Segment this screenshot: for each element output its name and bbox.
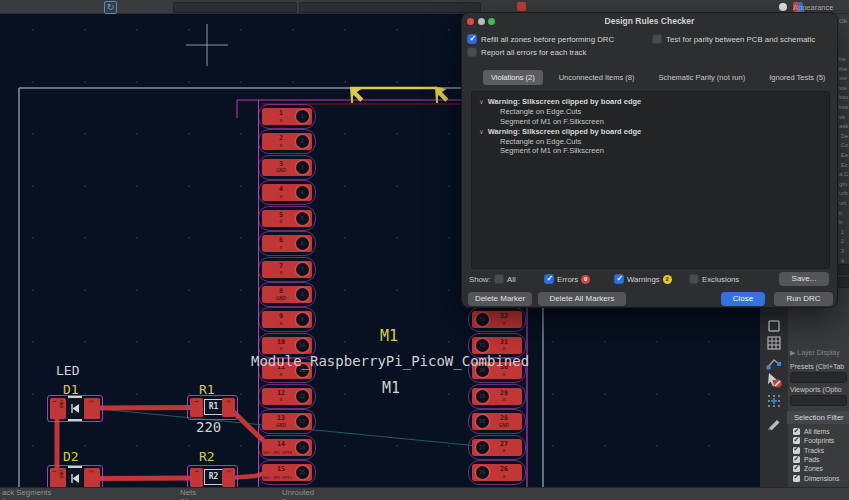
checkbox[interactable] [652, 34, 662, 44]
toolbar-sync-icon[interactable]: ↻ [104, 1, 117, 14]
toolbar-record-icon[interactable] [517, 2, 526, 11]
pad-15[interactable]: 15Net-(M1-GPI115 [262, 464, 312, 481]
r1-value-text[interactable]: 220 [196, 419, 221, 435]
checkbox[interactable] [467, 47, 477, 57]
d1-pad1[interactable]: 1 GND [50, 398, 66, 419]
selection-filter-item-zones[interactable]: Zones [793, 464, 840, 473]
selection-filter-item-footprints[interactable]: Footprints [793, 436, 840, 445]
collapse-chevron-icon[interactable]: ∨ [479, 98, 484, 105]
pad-32[interactable]: 32x32 [472, 311, 522, 328]
checkbox[interactable] [494, 274, 504, 284]
viewports-dropdown[interactable] [790, 395, 847, 406]
checkbox[interactable] [793, 465, 800, 472]
tab-violations-2-[interactable]: Violations (2) [483, 70, 543, 85]
save-button[interactable]: Save... [779, 272, 829, 286]
show-filter-exclusions[interactable]: Exclusions [689, 274, 739, 284]
drc-option-report[interactable]: Report all errors for each track [467, 47, 586, 57]
toolbar-field-a[interactable] [173, 2, 297, 13]
tab-schematic-parity-not-run-[interactable]: Schematic Parity (not run) [651, 70, 754, 85]
pad-27[interactable]: 27x27 [472, 439, 522, 456]
delete-marker-button[interactable]: Delete Marker [468, 292, 532, 306]
pad-26[interactable]: 26x26 [472, 464, 522, 481]
pad-13[interactable]: 13GND13 [262, 413, 312, 430]
checkbox[interactable] [614, 274, 624, 284]
module-footprint-name-text[interactable]: Module_RaspberryPi_PicoW_Combined [251, 353, 529, 369]
footprint-r1[interactable]: 1 R1 2 [187, 395, 238, 420]
pad-3[interactable]: 3GND3 [262, 159, 312, 176]
show-filter-errors[interactable]: Errors0 [544, 274, 590, 284]
drc-marker-arrow[interactable] [350, 87, 363, 102]
d2-pad2[interactable]: 2 [84, 468, 100, 489]
presets-dropdown[interactable] [790, 372, 847, 383]
trace[interactable] [95, 478, 196, 479]
checkbox[interactable] [544, 274, 554, 284]
violation-detail[interactable]: Segment of M1 on F.Silkscreen [479, 117, 829, 127]
violation-item[interactable]: ∨Warning: Silkscreen clipped by board ed… [479, 97, 829, 107]
module-ref-text[interactable]: M1 [380, 327, 398, 345]
pad-7[interactable]: 7x7 [262, 261, 312, 278]
selection-filter-item-pads[interactable]: Pads [793, 455, 840, 464]
d1-pad2[interactable]: 2 [84, 398, 100, 419]
checkbox[interactable] [467, 34, 477, 44]
checkbox[interactable] [793, 437, 800, 444]
d2-ref-text[interactable]: D2 [63, 449, 79, 464]
selection-filter-item-dimensions[interactable]: Dimensions [793, 473, 840, 482]
pad-9[interactable]: 9x9 [262, 311, 312, 328]
footprint-d1[interactable]: 1 GND 2 [47, 395, 103, 422]
module-value-text[interactable]: M1 [382, 379, 400, 397]
violation-detail[interactable]: Rectangle on Edge.Cuts [479, 137, 829, 147]
d2-pad1[interactable]: 1 GND [50, 468, 66, 489]
pad-2[interactable]: 2x2 [262, 133, 312, 150]
checkbox[interactable] [793, 428, 800, 435]
zone-display-icon[interactable] [766, 318, 782, 334]
drc-option-test[interactable]: Test for parity between PCB and schemati… [652, 34, 815, 44]
route-path-icon[interactable] [766, 354, 782, 370]
clipped-control[interactable] [837, 277, 849, 288]
measure-icon[interactable] [766, 415, 782, 431]
violation-item[interactable]: ∨Warning: Silkscreen clipped by board ed… [479, 127, 829, 137]
drc-option-refill[interactable]: Refill all zones before performing DRC [467, 34, 614, 44]
pad-5[interactable]: 5x5 [262, 210, 312, 227]
selection-filter-item-tracks[interactable]: Tracks [793, 446, 840, 455]
checkbox[interactable] [793, 447, 800, 454]
pad-31[interactable]: 31x31 [472, 337, 522, 354]
grid-table-icon[interactable] [766, 335, 782, 351]
drc-marker-arrow[interactable] [435, 87, 448, 102]
pad-29[interactable]: 29x29 [472, 388, 522, 405]
checkbox[interactable] [793, 456, 800, 463]
clipped-control[interactable] [837, 264, 849, 275]
led-silk-text[interactable]: LED [56, 363, 79, 378]
toolbar-dot-icon[interactable] [779, 3, 787, 11]
r2-pad2[interactable]: 2 [222, 468, 235, 487]
checkbox[interactable] [689, 274, 699, 284]
toolbar-field-b[interactable] [299, 2, 481, 13]
grid-origin-icon[interactable] [766, 393, 782, 409]
collapse-chevron-icon[interactable]: ∨ [479, 128, 484, 135]
tab-unconnected-items-8-[interactable]: Unconnected Items (8) [551, 70, 643, 85]
pad-10[interactable]: 10x10 [262, 337, 312, 354]
pad-1[interactable]: 1x1 [262, 108, 312, 125]
selection-filter-header[interactable]: Selection Filter [787, 411, 849, 424]
pad-8[interactable]: 8GND8 [262, 286, 312, 303]
r2-ref-text[interactable]: R2 [199, 449, 215, 464]
close-button[interactable]: Close [721, 292, 765, 306]
pad-28[interactable]: 28GND28 [472, 413, 522, 430]
pad-14[interactable]: 14Net-(M1-GPI014 [262, 439, 312, 456]
select-disable-icon[interactable] [766, 372, 782, 388]
delete-all-markers-button[interactable]: Delete All Markers [538, 292, 626, 306]
r1-pad2[interactable]: 2 [222, 398, 235, 417]
r1-pad1[interactable]: 1 [190, 398, 203, 417]
show-filter-all[interactable]: All [494, 274, 516, 284]
selection-filter-item-all-items[interactable]: All items [793, 427, 840, 436]
show-filter-warnings[interactable]: Warnings2 [614, 274, 672, 284]
run-drc-button[interactable]: Run DRC [774, 292, 833, 306]
trace[interactable] [95, 408, 196, 409]
tab-ignored-tests-5-[interactable]: Ignored Tests (5) [761, 70, 833, 85]
pad-4[interactable]: 4x4 [262, 184, 312, 201]
violation-detail[interactable]: Segment of M1 on F.Silkscreen [479, 146, 829, 156]
pad-6[interactable]: 6x6 [262, 235, 312, 252]
checkbox[interactable] [793, 475, 800, 482]
pad-12[interactable]: 12x12 [262, 388, 312, 405]
violations-list[interactable]: ∨Warning: Silkscreen clipped by board ed… [471, 91, 830, 269]
r2-pad1[interactable]: 1 [190, 468, 203, 487]
